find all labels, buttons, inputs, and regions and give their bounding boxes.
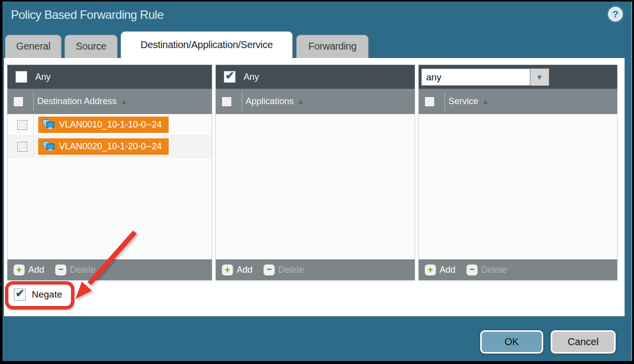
pbf-rule-dialog: Policy Based Forwarding Rule ? General S… xyxy=(2,1,632,361)
service-dropdown: any ▼ xyxy=(421,68,549,86)
applications-any-label: Any xyxy=(244,72,259,82)
sort-asc-icon[interactable]: ▲ xyxy=(482,98,489,105)
address-object-chip[interactable]: VLAN0010_10-1-10-0--24 xyxy=(38,117,169,133)
screenshot-frame: Policy Based Forwarding Rule ? General S… xyxy=(0,0,634,364)
delete-icon: − xyxy=(55,264,66,276)
destination-list: VLAN0010_10-1-10-0--24 VLAN xyxy=(7,114,212,259)
tab-source[interactable]: Source xyxy=(64,35,118,58)
ok-button[interactable]: OK xyxy=(480,330,543,354)
service-panel: any ▼ Service ▲ + Add − Delete xyxy=(418,64,618,281)
cancel-button[interactable]: Cancel xyxy=(551,330,616,354)
applications-column-header: Applications ▲ xyxy=(216,89,415,114)
add-icon[interactable]: + xyxy=(13,264,25,276)
destination-row-checkbox[interactable] xyxy=(17,120,27,130)
service-footer: + Add − Delete xyxy=(419,259,617,280)
applications-delete-button: Delete xyxy=(278,265,304,275)
address-group-icon xyxy=(42,141,55,153)
destination-header-label[interactable]: Destination Address xyxy=(37,96,117,107)
header-divider xyxy=(33,92,34,111)
add-icon[interactable]: + xyxy=(425,264,436,276)
list-column-divider xyxy=(33,114,34,158)
delete-icon: − xyxy=(466,264,478,276)
sort-asc-icon[interactable]: ▲ xyxy=(298,98,304,105)
destination-any-row: Any xyxy=(7,65,212,89)
add-icon[interactable]: + xyxy=(222,264,233,276)
service-column-header: Service ▲ xyxy=(419,89,617,114)
applications-any-checkbox[interactable] xyxy=(224,71,236,83)
destination-any-checkbox[interactable] xyxy=(15,71,27,83)
sort-asc-icon[interactable]: ▲ xyxy=(121,98,127,105)
dialog-title: Policy Based Forwarding Rule xyxy=(11,8,163,22)
chevron-down-icon[interactable]: ▼ xyxy=(530,68,549,86)
service-add-button[interactable]: Add xyxy=(440,265,455,275)
applications-footer: + Add − Delete xyxy=(216,259,415,280)
help-icon[interactable]: ? xyxy=(608,7,623,21)
service-header-label[interactable]: Service xyxy=(448,96,478,107)
service-dropdown-row: any ▼ xyxy=(419,65,617,89)
negate-row: Negate xyxy=(14,289,62,301)
destination-panel: Any Destination Address ▲ xyxy=(7,64,212,281)
destination-delete-button: Delete xyxy=(70,265,96,275)
applications-list xyxy=(216,114,415,259)
service-list xyxy=(419,114,617,259)
tab-general[interactable]: General xyxy=(5,35,62,58)
destination-row-checkbox[interactable] xyxy=(17,142,27,152)
destination-row: VLAN0010_10-1-10-0--24 xyxy=(7,114,212,136)
address-object-chip[interactable]: VLAN0020_10-1-20-0--24 xyxy=(38,138,169,155)
negate-checkbox[interactable] xyxy=(14,289,26,301)
service-dropdown-value[interactable]: any xyxy=(421,68,530,86)
applications-select-all-checkbox[interactable] xyxy=(222,97,232,107)
destination-column-header: Destination Address ▲ xyxy=(7,89,212,114)
applications-add-button[interactable]: Add xyxy=(237,265,253,275)
applications-any-row: Any xyxy=(216,65,415,89)
destination-add-button[interactable]: Add xyxy=(28,265,44,275)
header-divider xyxy=(242,92,242,111)
tab-content: Any Destination Address ▲ xyxy=(4,58,625,316)
delete-icon: − xyxy=(263,264,275,276)
tab-destination-application-service[interactable]: Destination/Application/Service xyxy=(121,31,293,59)
service-select-all-checkbox[interactable] xyxy=(425,97,435,107)
destination-any-label: Any xyxy=(35,72,51,82)
address-object-label: VLAN0020_10-1-20-0--24 xyxy=(59,141,162,152)
applications-header-label[interactable]: Applications xyxy=(246,96,294,107)
destination-footer: + Add − Delete xyxy=(7,259,212,280)
address-object-label: VLAN0010_10-1-10-0--24 xyxy=(59,120,162,130)
negate-label: Negate xyxy=(32,289,62,300)
address-group-icon xyxy=(42,119,55,131)
destination-row: VLAN0020_10-1-20-0--24 xyxy=(7,136,212,158)
header-divider xyxy=(444,92,445,111)
applications-panel: Any Applications ▲ + Add − Delete xyxy=(215,64,415,281)
service-delete-button: Delete xyxy=(481,265,507,275)
tab-forwarding[interactable]: Forwarding xyxy=(296,35,369,58)
destination-select-all-checkbox[interactable] xyxy=(13,97,23,107)
